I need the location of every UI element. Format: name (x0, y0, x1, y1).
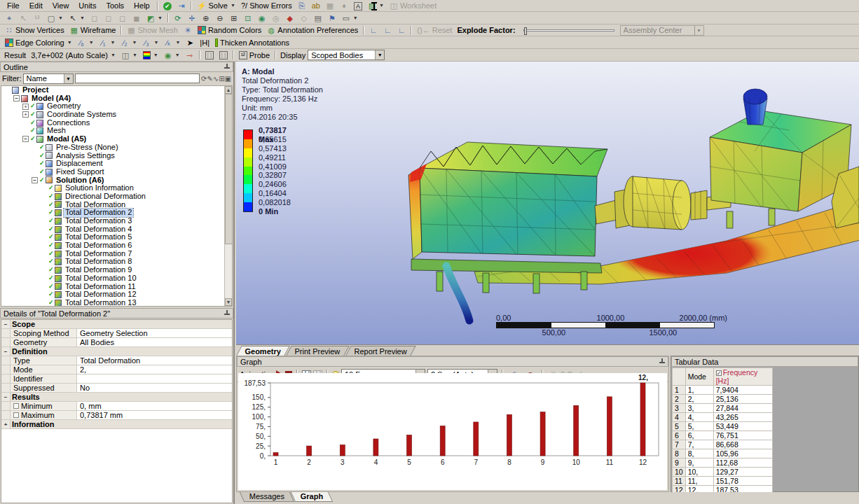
annotation-preferences-button[interactable]: ◍Annotation Preferences (264, 24, 361, 36)
table-row[interactable]: 22,25,136 (673, 395, 773, 404)
table-row[interactable]: 33,27,844 (673, 404, 773, 413)
mode-cell[interactable]: 4, (685, 413, 713, 422)
row-number-cell[interactable]: 7 (673, 440, 686, 449)
frequency-cell[interactable]: 53,449 (713, 422, 772, 431)
spellcheck-button[interactable]: ab (309, 0, 323, 11)
tree-item[interactable]: ✓Pre-Stress (None) (1, 144, 232, 152)
slider-thumb[interactable] (524, 27, 527, 35)
tree-expander[interactable]: + (22, 104, 29, 110)
zoom-in-button[interactable]: ⊕ (199, 13, 213, 24)
zoom-back-button[interactable]: ◉ (255, 13, 269, 24)
scroll-up-icon[interactable]: ▲ (225, 86, 232, 94)
tree-item[interactable]: ✓Displacement (1, 160, 232, 168)
frequency-chart[interactable]: 0,25,50,75,100,125,150,187,5312345678910… (238, 373, 667, 490)
section-expander[interactable]: − (1, 347, 11, 356)
vertex-filter-button[interactable]: ◻ (88, 13, 102, 24)
edge-option-button-2[interactable]: ∕₂▼ (118, 37, 140, 48)
explode-reset-button[interactable]: ()← Reset (414, 24, 455, 36)
tree-item[interactable]: ✓Analysis Settings (1, 152, 232, 160)
tree-item[interactable]: Project (1, 86, 232, 94)
table-row[interactable]: 11,7,9404 (673, 386, 773, 395)
details-section-row[interactable]: −Scope (1, 320, 232, 329)
details-value[interactable]: No (77, 384, 232, 392)
tree-item[interactable]: ✓Total Deformation 3 (1, 217, 232, 225)
remote-solve-button[interactable]: ⇥ (174, 0, 188, 11)
zoom-out-button[interactable]: ⊖ (213, 13, 227, 24)
mode-cell[interactable]: 5, (685, 422, 713, 431)
frequency-cell[interactable]: 105,96 (713, 449, 772, 458)
pin-icon[interactable] (224, 64, 230, 70)
report-preview-button[interactable]: ⎘ (295, 0, 309, 11)
frequency-cell[interactable]: 27,844 (713, 404, 772, 413)
show-errors-button[interactable]: ?/ Show Errors (238, 0, 295, 11)
mode-cell[interactable]: 3, (685, 404, 713, 413)
section-expander[interactable]: − (1, 320, 11, 328)
scroll-thumb[interactable] (225, 94, 233, 244)
details-value[interactable]: All Bodies (77, 338, 232, 346)
pan-button[interactable]: ✛ (185, 13, 199, 24)
probe-x-button[interactable]: ∟ (366, 24, 380, 36)
h-bars-button[interactable]: |H| (197, 37, 212, 48)
annotation-text-button[interactable]: A (351, 1, 365, 12)
edge-option-button-4[interactable]: ∕ₖ▼ (161, 37, 183, 48)
tree-expander[interactable]: − (32, 177, 38, 183)
menu-item-file[interactable]: File (2, 1, 25, 10)
details-value[interactable]: 2, (77, 365, 232, 374)
mode-cell[interactable]: 8, (685, 449, 713, 458)
mode-cell[interactable]: 7, (685, 440, 713, 449)
bottom-tab-graph[interactable]: Graph (291, 492, 334, 502)
viewport-tab-print-preview[interactable]: Print Preview (287, 346, 350, 356)
beam-display-button[interactable]: ✳ (181, 24, 195, 36)
frequency-header[interactable]: ✓Frequency [Hz] (713, 368, 772, 386)
worksheet-button[interactable]: ◫Worksheet (387, 0, 439, 11)
tree-item[interactable]: +✓Geometry (1, 102, 232, 111)
details-section-row[interactable]: +Information (1, 420, 232, 429)
assembly-center-select[interactable]: Assembly Center▼ (620, 25, 704, 36)
explode-factor-slider[interactable] (523, 29, 614, 31)
tree-item[interactable]: ✓Total Deformation 13 (1, 299, 232, 307)
section-expander[interactable]: − (1, 393, 11, 401)
contours-button[interactable]: ▼ (140, 50, 161, 61)
frequency-cell[interactable]: 7,9404 (713, 386, 772, 395)
result-scale-select[interactable]: 3,7e+002 (Auto Scale)▼ (28, 50, 118, 61)
row-number-cell[interactable]: 1 (673, 386, 686, 395)
checkbox-icon[interactable] (13, 412, 19, 418)
solve-ready-button[interactable]: ✔ (160, 1, 174, 12)
tree-item[interactable]: −Model (A4) (1, 94, 232, 103)
max-tag-button[interactable]: ⌈⌉ (202, 50, 217, 61)
filter-search-input[interactable] (75, 74, 200, 83)
mode-cell[interactable]: 10, (685, 468, 713, 477)
key-assignments-button[interactable]: ▦ (323, 0, 337, 11)
vector-display-button[interactable]: ⇾ (183, 50, 197, 61)
show-mesh-button[interactable]: ▦Show Mesh (124, 24, 180, 36)
manage-views-button[interactable]: ▤ (311, 13, 325, 24)
mode-cell[interactable]: 2, (685, 395, 713, 404)
tree-expander[interactable]: + (22, 111, 29, 118)
show-vertices-button[interactable]: ∷Show Vertices (2, 24, 67, 36)
table-row[interactable]: 1111,151,78 (673, 477, 773, 486)
checkbox-icon[interactable] (13, 403, 19, 409)
probe-z-button[interactable]: ∟ (394, 24, 408, 36)
probe-button[interactable]: ¹²Probe (236, 50, 273, 61)
section-expander[interactable]: + (1, 420, 11, 428)
mode-cell[interactable]: 11, (685, 477, 713, 486)
box-zoom-button[interactable]: ⊞ (227, 13, 241, 24)
face-filter-button[interactable]: ◻ (116, 13, 130, 24)
frequency-cell[interactable]: 86,668 (713, 440, 772, 449)
viewport-layout-button[interactable]: ▭▼ (339, 13, 361, 24)
filter-icon-3[interactable]: ⊞ (219, 75, 224, 83)
scroll-down-icon[interactable]: ▼ (225, 298, 232, 306)
filter-icon-4[interactable]: ▣ (225, 75, 231, 83)
geometry-display-button[interactable]: ◫▼ (118, 50, 140, 61)
frequency-cell[interactable]: 151,78 (713, 477, 772, 486)
tree-item[interactable]: ✓Connections (1, 119, 232, 127)
tree-item[interactable]: ✓Total Deformation 10 (1, 274, 232, 283)
bottom-tab-messages[interactable]: Messages (240, 492, 294, 502)
row-number-cell[interactable]: 3 (673, 404, 686, 413)
fea-model[interactable] (236, 62, 859, 344)
menu-item-help[interactable]: Help (129, 1, 155, 10)
mode-cell[interactable]: 1, (685, 386, 713, 395)
pin-icon[interactable] (224, 310, 230, 316)
solve-button[interactable]: ⚡Solve▼ (194, 0, 238, 11)
cursor-mode-button[interactable]: ↖▼ (66, 13, 88, 24)
